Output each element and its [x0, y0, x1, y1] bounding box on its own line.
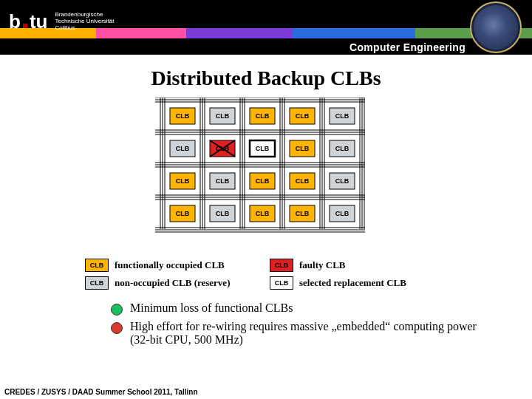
svg-text:CLB: CLB [256, 210, 270, 217]
legend-chip-reserve: CLB [85, 276, 109, 290]
svg-text:CLB: CLB [335, 177, 349, 185]
bullet-item-1: Minimum loss of functional CLBs [111, 301, 532, 316]
slide-title: Distributed Backup CLBs [0, 66, 532, 90]
svg-text:CLB: CLB [176, 177, 190, 185]
legend-row-2: CLB non-occupied CLB (reserve) CLB selec… [85, 276, 447, 290]
svg-text:CLB: CLB [256, 145, 270, 152]
university-logo: b tu Brandenburgische Technische Univers… [9, 10, 114, 33]
svg-text:CLB: CLB [176, 210, 190, 217]
clb-grid-diagram: CLBCLBCLBCLBCLBCLBCLBCLBCLBCLBCLBCLBCLBC… [155, 98, 377, 248]
bullet-icon-positive [111, 304, 123, 316]
slide-footer: CREDES / ZUSYS / DAAD Summer School 2011… [4, 388, 198, 396]
department-label: Computer Engineering [349, 41, 466, 53]
legend-text-selected: selected replacement CLB [299, 277, 406, 289]
legend-chip-selected: CLB [270, 276, 293, 290]
legend-chip-faulty: CLB [270, 259, 293, 272]
svg-text:CLB: CLB [335, 145, 349, 152]
logo-letter-b: b [9, 10, 21, 33]
sub-line-3: Cottbus [55, 25, 114, 32]
svg-text:CLB: CLB [216, 112, 230, 120]
legend-chip-functional: CLB [85, 259, 109, 272]
diagram-area: CLBCLBCLBCLBCLBCLBCLBCLBCLBCLBCLBCLBCLBC… [0, 90, 532, 294]
svg-text:CLB: CLB [256, 177, 270, 185]
svg-text:CLB: CLB [256, 112, 270, 120]
legend-text-reserve: non-occupied CLB (reserve) [115, 277, 230, 289]
svg-text:CLB: CLB [216, 210, 230, 217]
svg-text:CLB: CLB [335, 210, 349, 217]
svg-text:CLB: CLB [296, 112, 310, 120]
svg-text:CLB: CLB [176, 145, 190, 152]
slide-header: b tu Brandenburgische Technische Univers… [0, 0, 532, 55]
clb-grid-svg: CLBCLBCLBCLBCLBCLBCLBCLBCLBCLBCLBCLBCLBC… [155, 98, 377, 245]
bullet-list: Minimum loss of functional CLBs High eff… [111, 301, 532, 347]
department-seal-icon [470, 1, 522, 53]
svg-text:CLB: CLB [296, 177, 310, 185]
svg-text:CLB: CLB [216, 177, 230, 185]
legend-text-faulty: faulty CLB [299, 259, 345, 271]
svg-text:CLB: CLB [296, 210, 310, 217]
svg-text:CLB: CLB [176, 112, 190, 120]
legend-text-functional: functionally occupied CLB [115, 259, 225, 271]
legend: CLB functionally occupied CLB CLB faulty… [85, 254, 447, 294]
bullet-text-2: High effort for re-wiring requires massi… [130, 320, 485, 347]
logo-letters-tu: tu [30, 10, 48, 33]
bullet-text-1: Minimum loss of functional CLBs [130, 301, 293, 315]
svg-text:CLB: CLB [335, 112, 349, 120]
btu-mark: b tu [9, 10, 47, 33]
university-subtitle: Brandenburgische Technische Universität … [55, 12, 114, 31]
bullet-icon-negative [111, 322, 123, 334]
legend-row-1: CLB functionally occupied CLB CLB faulty… [85, 259, 447, 272]
logo-dot-icon [23, 24, 27, 28]
svg-text:CLB: CLB [296, 145, 310, 152]
bullet-item-2: High effort for re-wiring requires massi… [111, 320, 532, 347]
